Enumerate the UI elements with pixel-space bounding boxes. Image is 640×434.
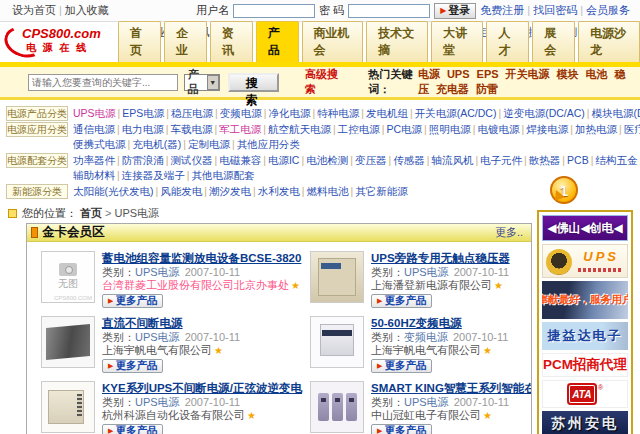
hot-keyword-link[interactable]: 开关电源 [506,68,550,80]
product-thumbnail[interactable]: 无图CPS800.COM [41,251,95,303]
product-title-link[interactable]: UPS旁路专用无触点稳压器 [371,251,510,265]
category-link[interactable]: 特种电源 [317,107,359,119]
category-link[interactable]: 变压器 [355,154,387,166]
category-link[interactable]: 加热电源 [575,123,617,135]
hot-keyword-link[interactable]: 充电器 [436,83,469,95]
category-link[interactable]: 照明电源 [429,123,471,135]
password-input[interactable] [348,4,430,18]
ad-banner-suzhou-andian[interactable]: 苏州安电 [542,411,628,434]
tab-技术文摘[interactable]: 技术文摘 [366,21,428,62]
category-link[interactable]: 变频电源 [220,107,262,119]
category-link[interactable]: 电磁兼容 [219,154,261,166]
category-link[interactable]: 焊接电源 [526,123,568,135]
site-logo[interactable]: CPS800.com 电 源 在 线 [6,23,124,61]
advanced-search-link[interactable]: 高级搜索 [305,67,338,97]
category-link[interactable]: 其他电源配套 [191,169,254,181]
category-link[interactable]: EPS电源 [122,107,164,119]
category-link[interactable]: 便携式电源 [73,138,126,150]
more-products-button[interactable]: ▶更多产品 [371,294,432,308]
more-products-button[interactable]: ▶更多产品 [371,359,432,373]
category-link[interactable]: 航空航天电源 [268,123,331,135]
more-products-button[interactable]: ▶更多产品 [371,424,432,434]
company-link[interactable]: 上海宇帆电气有限公司 [371,344,481,356]
product-title-link[interactable]: 直流不间断电源 [102,316,240,330]
category-link[interactable]: 燃料电池 [306,185,348,197]
search-button[interactable]: 搜 索 [228,73,279,92]
category-link[interactable]: 发电机组 [366,107,408,119]
breadcrumb-home-link[interactable]: 首页 [80,206,102,221]
category-link[interactable]: 电力电源 [122,123,164,135]
product-title-link[interactable]: 50-60HZ变频电源 [371,316,508,330]
login-button[interactable]: ▶登录 [434,3,476,19]
hot-keyword-link[interactable]: EPS [477,68,499,80]
more-products-button[interactable]: ▶更多产品 [102,424,163,434]
category-link[interactable]: 电池检测 [306,154,348,166]
company-link[interactable]: 上海潘登新电源有限公司 [371,279,492,291]
category-link[interactable]: 连接器及端子 [122,169,185,181]
product-title-link[interactable]: 蓄电池组容量监测放电设备BCSE-3820 [102,251,301,265]
product-thumbnail[interactable] [41,316,95,368]
category-link[interactable]: 稳压电源 [171,107,213,119]
product-category-link[interactable]: UPS电源 [135,266,180,278]
more-link[interactable]: 更多.. [495,225,523,240]
set-home-link[interactable]: 设为首页 [12,4,56,16]
category-link[interactable]: 潮汐发电 [209,185,251,197]
category-link[interactable]: 充电机(器) [132,138,181,150]
category-link[interactable]: 散热器 [529,154,561,166]
register-link[interactable]: 免费注册 [480,4,524,16]
category-link[interactable]: 净化电源 [269,107,311,119]
category-link[interactable]: 医疗电源 [624,123,640,135]
product-thumbnail[interactable] [310,316,364,368]
product-category-link[interactable]: UPS电源 [135,331,180,343]
ad-banner-jieyida-dianzi[interactable]: 捷益达电子 [542,322,628,350]
member-service-link[interactable]: 会员服务 [586,4,630,16]
category-link[interactable]: PC电源 [386,123,422,135]
search-input[interactable] [28,74,178,91]
tab-资讯[interactable]: 资讯 [210,21,253,62]
category-link[interactable]: 辅助材料 [73,169,115,181]
category-link[interactable]: 结构五金 [595,154,637,166]
category-link[interactable]: 车载电源 [170,123,212,135]
tab-产品[interactable]: 产品 [256,21,299,62]
hot-keyword-link[interactable]: 电源 [418,68,440,80]
category-link[interactable]: 逆变电源(DC/AC) [503,107,585,119]
ad-banner-ata[interactable]: ATA® [542,380,628,408]
product-thumbnail[interactable] [41,381,95,433]
ad-banner-pcm-agent[interactable]: PCM招商代理 [542,353,628,377]
category-link[interactable]: 通信电源 [73,123,115,135]
category-link[interactable]: 电镀电源 [477,123,519,135]
forgot-password-link[interactable]: 找回密码 [533,4,577,16]
hot-keyword-link[interactable]: 模块 [557,68,579,80]
category-link[interactable]: 功率器件 [73,154,115,166]
tab-人才[interactable]: 人才 [486,21,529,62]
company-link[interactable]: 中山冠虹电子有限公司 [371,409,481,421]
product-thumbnail[interactable] [310,251,364,303]
company-link[interactable]: 上海宇帆电气有限公司 [102,344,212,356]
tab-企业[interactable]: 企业 [164,21,207,62]
category-link[interactable]: 其它新能源 [355,185,408,197]
category-link[interactable]: 轴流风机 [431,154,473,166]
ad-banner-ups-banner[interactable]: UPS [542,244,628,278]
product-category-link[interactable]: 变频电源 [404,331,448,343]
tab-大讲堂[interactable]: 大讲堂 [431,21,483,62]
more-products-button[interactable]: ▶更多产品 [102,294,163,308]
hot-keyword-link[interactable]: 防雷 [476,83,498,95]
category-link[interactable]: 风能发电 [160,185,202,197]
hot-keyword-link[interactable]: UPS [447,68,470,80]
category-link[interactable]: 水利发电 [258,185,300,197]
category-link[interactable]: 电子元件 [480,154,522,166]
tab-展会[interactable]: 展会 [532,21,575,62]
category-link[interactable]: 工控电源 [338,123,380,135]
product-category-link[interactable]: UPS电源 [135,396,180,408]
category-link[interactable]: 测试仪器 [170,154,212,166]
category-link[interactable]: PCB [567,154,589,166]
hot-keyword-link[interactable]: 电池 [586,68,608,80]
product-thumbnail[interactable] [310,381,364,433]
company-link[interactable]: 杭州科源自动化设备有限公司 [102,409,245,421]
tab-电源沙龙[interactable]: 电源沙龙 [578,21,640,62]
category-link[interactable]: UPS电源 [73,107,116,119]
tab-商业机会[interactable]: 商业机会 [302,21,364,62]
product-category-link[interactable]: UPS电源 [404,266,449,278]
category-link[interactable]: 传感器 [393,154,425,166]
product-category-link[interactable]: UPS电源 [404,396,449,408]
